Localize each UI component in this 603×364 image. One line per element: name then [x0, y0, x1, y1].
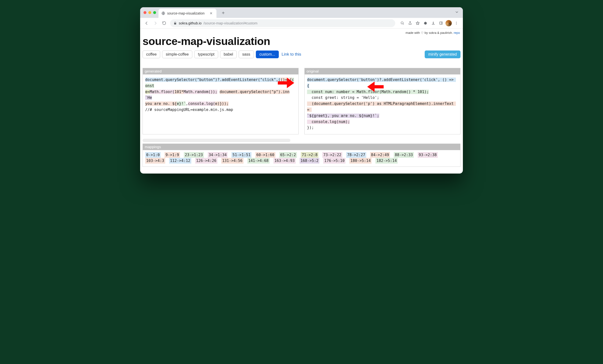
mapping-token[interactable]: 103->4:3 [145, 158, 165, 164]
side-panel-icon[interactable] [437, 20, 444, 27]
browser-window: source-map-visualization ✕ ＋ sokra.githu… [140, 7, 463, 174]
downloads-icon[interactable] [429, 20, 437, 27]
preset-button-row: coffee simple-coffee typescript babel sa… [142, 50, 461, 58]
mapping-token[interactable]: 126->4:26 [195, 158, 217, 164]
minify-generated-button[interactable]: minify generated [425, 50, 461, 58]
generated-code[interactable]: document.querySelector("button")?.addEve… [143, 74, 298, 116]
mapping-token[interactable]: 88->2:33 [394, 152, 414, 158]
mapping-token[interactable]: 180->5:14 [349, 158, 371, 164]
horizontal-scrollbar[interactable] [142, 139, 290, 142]
mapping-token[interactable]: 112->4:12 [169, 158, 191, 164]
address-bar[interactable]: sokra.github.io/source-map-visualization… [170, 19, 395, 27]
mappings-panel-heading: mappings [143, 144, 460, 150]
new-tab-button[interactable]: ＋ [219, 10, 228, 17]
preset-babel-button[interactable]: babel [220, 50, 237, 58]
preset-sass-button[interactable]: sass [239, 50, 254, 58]
mapping-token[interactable]: 168->5:2 [300, 158, 320, 164]
repo-link[interactable]: repo [454, 31, 460, 35]
mapping-token[interactable]: 163->4:93 [273, 158, 296, 164]
url-host: sokra.github.io [179, 21, 201, 25]
svg-point-1 [401, 22, 403, 24]
mapping-token[interactable]: 34->1:34 [208, 152, 228, 158]
nav-back-button[interactable] [143, 20, 150, 27]
mappings-list[interactable]: 0->1:09->1:923->1:2334->1:3451->1:5160->… [143, 150, 460, 166]
credit-authors: by sokra & paulirish. [424, 31, 454, 35]
credit-prefix: made with [406, 31, 421, 35]
preset-custom-button[interactable]: custom... [256, 50, 279, 58]
browser-tab[interactable]: source-map-visualization ✕ [159, 9, 217, 18]
search-icon[interactable] [399, 20, 406, 27]
mapping-token[interactable]: 23->1:23 [184, 152, 204, 158]
original-panel-heading: original [305, 68, 460, 74]
close-window-icon[interactable] [143, 11, 146, 14]
lock-icon [174, 22, 177, 25]
page-content: made with ♡ by sokra & paulirish. repo s… [140, 29, 463, 174]
heart-icon: ♡ [421, 31, 424, 35]
mapping-token[interactable]: 9->1:9 [164, 152, 180, 158]
mapping-token[interactable]: 65->2:2 [279, 152, 297, 158]
minimize-window-icon[interactable] [148, 11, 151, 14]
browser-toolbar: sokra.github.io/source-map-visualization… [140, 18, 463, 29]
mapping-token[interactable]: 176->5:10 [323, 158, 346, 164]
svg-rect-2 [440, 22, 442, 24]
profile-avatar[interactable] [445, 20, 452, 27]
extensions-icon[interactable] [422, 20, 429, 27]
share-icon[interactable] [406, 20, 414, 27]
mappings-panel: mappings 0->1:09->1:923->1:2334->1:3451-… [142, 144, 461, 167]
traffic-lights [143, 11, 156, 15]
globe-icon [161, 11, 165, 15]
titlebar: source-map-visualization ✕ ＋ [140, 7, 463, 18]
svg-point-3 [456, 22, 457, 22]
mapping-token[interactable]: 131->4:56 [221, 158, 244, 164]
svg-point-5 [456, 24, 457, 24]
close-tab-icon[interactable]: ✕ [209, 11, 214, 16]
kebab-menu-icon[interactable] [453, 20, 460, 27]
tab-title: source-map-visualization [167, 11, 205, 15]
code-panels: generated document.querySelector("button… [142, 68, 461, 134]
mapping-token[interactable]: 182->5:14 [375, 158, 398, 164]
generated-panel: generated document.querySelector("button… [142, 68, 299, 134]
preset-typescript-button[interactable]: typescript [194, 50, 218, 58]
bookmark-star-icon[interactable] [414, 20, 421, 27]
link-to-this[interactable]: Link to this [281, 52, 301, 57]
mapping-token[interactable]: 84->2:49 [370, 152, 390, 158]
mapping-token[interactable]: 51->1:51 [232, 152, 252, 158]
mapping-token[interactable]: 0->1:0 [145, 152, 161, 158]
original-panel: original document.querySelector('button'… [304, 68, 461, 134]
preset-coffee-button[interactable]: coffee [142, 50, 160, 58]
generated-panel-heading: generated [143, 68, 298, 74]
mapping-token[interactable]: 73->2:22 [322, 152, 342, 158]
mapping-token[interactable]: 60->1:60 [255, 152, 275, 158]
mapping-token[interactable]: 71->2:8 [301, 152, 318, 158]
credit-line: made with ♡ by sokra & paulirish. repo [142, 29, 461, 35]
svg-point-4 [456, 23, 457, 23]
tabs-overflow-button[interactable] [453, 10, 461, 17]
reload-button[interactable] [160, 20, 168, 27]
preset-simple-coffee-button[interactable]: simple-coffee [162, 50, 192, 58]
mapping-token[interactable]: 141->4:68 [247, 158, 270, 164]
nav-forward-button[interactable] [152, 20, 159, 27]
page-title: source-map-visualization [142, 35, 461, 50]
mapping-token[interactable]: 78->2:27 [346, 152, 366, 158]
maximize-window-icon[interactable] [153, 11, 156, 14]
mapping-token[interactable]: 93->2:38 [418, 152, 438, 158]
toolbar-right-icons [399, 20, 460, 27]
original-code[interactable]: document.querySelector('button')?.addEve… [305, 74, 460, 134]
url-path: /source-map-visualization/#custom [203, 21, 257, 25]
